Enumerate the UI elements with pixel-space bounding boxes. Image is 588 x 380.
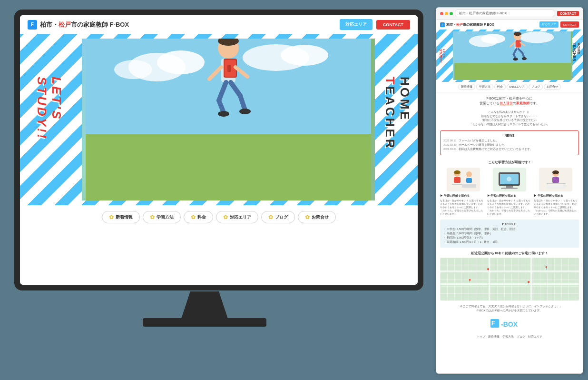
- flower-icon-5: ✿: [268, 214, 273, 220]
- br-area-btn[interactable]: 対応エリア: [539, 21, 559, 28]
- br-sub-text: こんなお悩みありませんか？（） 部活などでなかなかスタートできない・・・ 勉強に…: [440, 110, 579, 127]
- monitor-base: [143, 318, 266, 327]
- nav-shinchaku[interactable]: ✿ 新着情報: [102, 211, 140, 223]
- svg-point-42: [466, 171, 472, 177]
- flower-icon-2: ✿: [150, 214, 155, 220]
- main-website: F 柏市・松戸市の家庭教師 F-BOX 対応エリア CONTACT: [20, 15, 418, 285]
- monitor-frame: F 柏市・松戸市の家庭教師 F-BOX 対応エリア CONTACT: [14, 10, 423, 290]
- br-footer-nav-top[interactable]: トップ: [477, 335, 485, 339]
- browser-url[interactable]: 柏市・松戸市の家庭教師 F-BOX: [456, 10, 554, 17]
- br-nav-otoiawase[interactable]: お問合せ: [544, 84, 561, 90]
- br-study-icon-3: [539, 168, 572, 191]
- monitor-screen: F 柏市・松戸市の家庭教師 F-BOX 対応エリア CONTACT: [20, 15, 418, 285]
- contact-button[interactable]: CONTACT: [376, 20, 410, 30]
- svg-text:-BOX: -BOX: [501, 320, 518, 328]
- close-dot[interactable]: [440, 12, 443, 15]
- br-nav-ryokin[interactable]: 料金: [494, 84, 506, 90]
- flower-icon-6: ✿: [305, 214, 310, 220]
- br-hero-img: [453, 31, 572, 80]
- map-pin-3: 📍: [468, 279, 472, 283]
- maximize-dot[interactable]: [450, 12, 453, 15]
- browser-bar: 柏市・松戸市の家庭教師 F-BOX CONTACT: [436, 8, 583, 20]
- nav-blog[interactable]: ✿ ブログ: [261, 211, 295, 223]
- site-header: F 柏市・松戸市の家庭教師 F-BOX 対応エリア CONTACT: [20, 15, 418, 34]
- br-study-icon-1: [447, 168, 480, 191]
- br-news-item-1: 2022.08.11 フォームバグを修正しました。: [443, 139, 576, 142]
- svg-rect-51: [552, 177, 559, 183]
- svg-point-24: [481, 34, 505, 43]
- map-pin-2: 📍: [526, 281, 531, 285]
- nav-taiou[interactable]: ✿ 対応エリア: [216, 211, 258, 223]
- br-footer-nav-gakushu[interactable]: 学習方法: [502, 335, 514, 339]
- br-study-icons: [440, 168, 579, 191]
- br-study-descriptions: ▶ 学習の理解を深める なるほか・分かりやすい！ と思ってもらえるような指導を目…: [440, 194, 579, 216]
- map-road-1: [440, 270, 579, 272]
- svg-rect-53: [547, 183, 566, 184]
- map-road-2: [440, 283, 579, 285]
- svg-rect-22: [454, 63, 571, 80]
- browser-contact-button[interactable]: CONTACT: [557, 11, 579, 16]
- br-main: F-BOXは柏市・松戸市を中心に 営業している個人運営の家庭教師です。 こんなお…: [436, 92, 583, 342]
- svg-text:F: F: [491, 320, 495, 327]
- svg-point-4: [114, 60, 152, 79]
- flower-icon-1: ✿: [109, 214, 114, 220]
- map-pin-1: 📍: [486, 268, 490, 272]
- br-footer-nav-area[interactable]: 対応エリア: [528, 335, 542, 339]
- br-study-icon-2: [493, 168, 526, 191]
- br-intro: F-BOXは柏市・松戸市を中心に 営業している個人運営の家庭教師です。: [440, 96, 579, 106]
- browser-panel: 柏市・松戸市の家庭教師 F-BOX CONTACT F 柏市・松戸市の家庭教師 …: [436, 7, 583, 374]
- svg-point-35: [522, 57, 527, 60]
- svg-rect-12: [227, 65, 231, 72]
- br-nav-blog[interactable]: ブログ: [529, 84, 543, 90]
- hero-left-text: LET'S STUDY!!: [34, 77, 64, 162]
- svg-rect-48: [501, 188, 518, 189]
- svg-rect-43: [466, 178, 472, 183]
- nav-buttons: ✿ 新着情報 ✿ 学習方法 ✿ 料金 ✿ 対応エリア ✿ ブログ: [20, 205, 418, 229]
- br-price-title: PRICE: [443, 222, 576, 226]
- br-map: 📍 📍 📍 📍: [440, 258, 579, 300]
- svg-rect-44: [462, 184, 476, 188]
- hero-section: LET'S STUDY!! HOME TEACHER: [20, 34, 418, 205]
- logo-icon: F: [28, 20, 37, 30]
- area-button[interactable]: 対応エリア: [340, 19, 372, 30]
- br-nav-sns[interactable]: SNS&エリア: [507, 84, 528, 90]
- br-footer-nav-news[interactable]: 新着情報: [488, 335, 500, 339]
- br-nav-gakushu[interactable]: 学習方法: [476, 84, 493, 90]
- br-logo: F 柏市・松戸市の家庭教師 F-BOX: [440, 22, 494, 27]
- br-price-item-3: 初回割: 1,000円引き（1ヶ月）: [443, 236, 576, 240]
- svg-point-52: [552, 170, 559, 174]
- monitor-stand: [181, 291, 228, 320]
- nav-otoiawase[interactable]: ✿ お問合せ: [298, 211, 336, 223]
- hero-image: [82, 39, 375, 200]
- br-news-title: NEWS: [443, 134, 576, 137]
- br-footer-logo: F -BOX: [440, 317, 579, 332]
- nav-ryokin[interactable]: ✿ 料金: [184, 211, 213, 223]
- svg-point-6: [281, 45, 328, 66]
- nav-gakushu[interactable]: ✿ 学習方法: [143, 211, 181, 223]
- svg-rect-54: [547, 185, 566, 188]
- svg-point-40: [454, 170, 461, 174]
- br-nav-shinchaku[interactable]: 新着情報: [458, 84, 475, 90]
- br-footer-quote: 「今ここで間違えても、大丈夫！次から間違えないように、インプットしよう。」 F-…: [440, 304, 579, 313]
- br-contact-btn[interactable]: CONTACT: [560, 21, 579, 28]
- br-map-title: 柏近辺公園から10キロ前後内のご自宅に伺います！: [440, 251, 579, 256]
- br-intro-line2: 営業している個人運営の家庭教師です。: [440, 101, 579, 106]
- site-logo: F 柏市・松戸市の家庭教師 F-BOX: [28, 20, 129, 30]
- br-price: PRICE 中学生: 4,500円/時間（数学、理科、英語、社会、国語） 高校生…: [440, 220, 579, 248]
- br-hero: LET'SSTUDY!! HOME TEACHER: [436, 30, 583, 82]
- br-nav: 対応エリア CONTACT: [539, 21, 579, 28]
- browser-content[interactable]: F 柏市・松戸市の家庭教師 F-BOX 対応エリア CONTACT: [436, 20, 583, 371]
- browser-dots: [440, 12, 453, 15]
- svg-rect-39: [454, 177, 461, 183]
- map-road-4: [530, 258, 532, 300]
- br-footer-nav-blog[interactable]: ブログ: [517, 335, 525, 339]
- br-study-desc-3: ▶ 学習の理解を深める なるほか・分かりやすい！ と思ってもらえるような指導を目…: [534, 194, 579, 216]
- svg-point-49: [507, 177, 511, 181]
- minimize-dot[interactable]: [445, 12, 448, 15]
- logo-text: 柏市・松戸市の家庭教師 F-BOX: [40, 20, 129, 29]
- svg-point-27: [514, 32, 521, 36]
- br-header: F 柏市・松戸市の家庭教師 F-BOX 対応エリア CONTACT: [436, 20, 583, 30]
- svg-rect-47: [506, 186, 513, 188]
- br-left-text: LET'SSTUDY!!: [439, 49, 446, 62]
- br-price-item-2: 高校生: 5,000円/時間（数学、理科）: [443, 232, 576, 235]
